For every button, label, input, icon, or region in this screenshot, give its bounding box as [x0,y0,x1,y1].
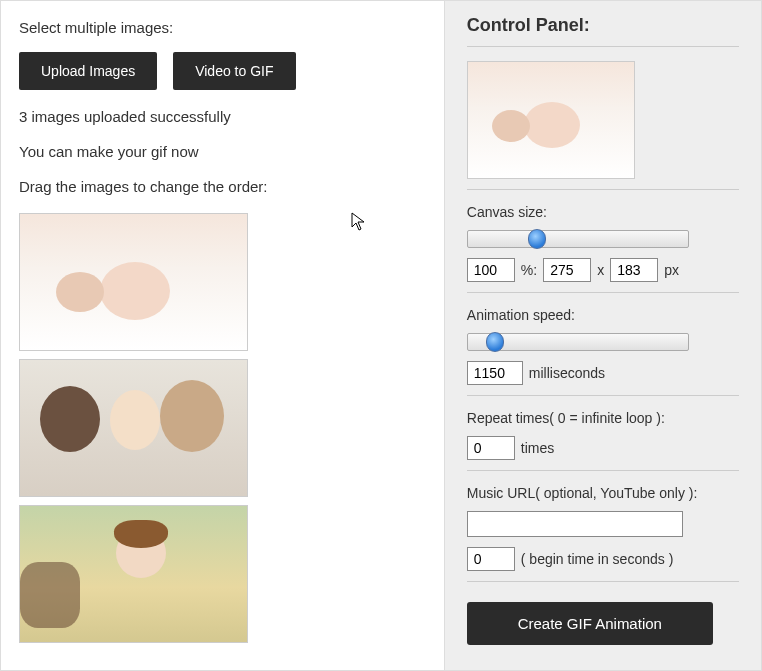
ms-suffix: milliseconds [529,365,605,381]
repeat-input[interactable] [467,436,515,460]
music-block: Music URL( optional, YouTube only ): ( b… [467,485,739,571]
divider [467,189,739,190]
px-suffix: px [664,262,679,278]
times-suffix: times [521,440,554,456]
animation-speed-label: Animation speed: [467,307,739,323]
button-row: Upload Images Video to GIF [19,52,426,90]
begin-time-input[interactable] [467,547,515,571]
slider-knob[interactable] [486,332,504,352]
repeat-block: Repeat times( 0 = infinite loop ): times [467,410,739,460]
divider [467,470,739,471]
divider [467,46,739,47]
canvas-size-slider[interactable] [467,230,689,248]
percent-suffix: %: [521,262,537,278]
music-url-input[interactable] [467,511,683,537]
uploaded-image-2[interactable] [19,359,248,497]
drag-instruction: Drag the images to change the order: [19,178,426,195]
divider [467,581,739,582]
upload-status: 3 images uploaded successfully [19,108,426,125]
begin-time-suffix: ( begin time in seconds ) [521,551,674,567]
video-to-gif-button[interactable]: Video to GIF [173,52,295,90]
uploaded-image-3[interactable] [19,505,248,643]
control-panel: Control Panel: Canvas size: %: x px Anim… [444,1,761,670]
ready-status: You can make your gif now [19,143,426,160]
control-panel-title: Control Panel: [467,15,739,36]
create-gif-button[interactable]: Create GIF Animation [467,602,713,645]
animation-speed-input[interactable] [467,361,523,385]
divider [467,395,739,396]
canvas-width-input[interactable] [543,258,591,282]
uploaded-image-1[interactable] [19,213,248,351]
canvas-height-input[interactable] [610,258,658,282]
canvas-size-label: Canvas size: [467,204,739,220]
upload-images-button[interactable]: Upload Images [19,52,157,90]
preview-image [467,61,635,179]
image-list [19,213,426,643]
canvas-percent-input[interactable] [467,258,515,282]
animation-speed-block: Animation speed: milliseconds [467,307,739,385]
left-panel: Select multiple images: Upload Images Vi… [1,1,444,670]
music-url-label: Music URL( optional, YouTube only ): [467,485,739,501]
slider-knob[interactable] [528,229,546,249]
repeat-label: Repeat times( 0 = infinite loop ): [467,410,739,426]
x-separator: x [597,262,604,278]
animation-speed-slider[interactable] [467,333,689,351]
select-images-label: Select multiple images: [19,19,426,36]
divider [467,292,739,293]
canvas-size-block: Canvas size: %: x px [467,204,739,282]
